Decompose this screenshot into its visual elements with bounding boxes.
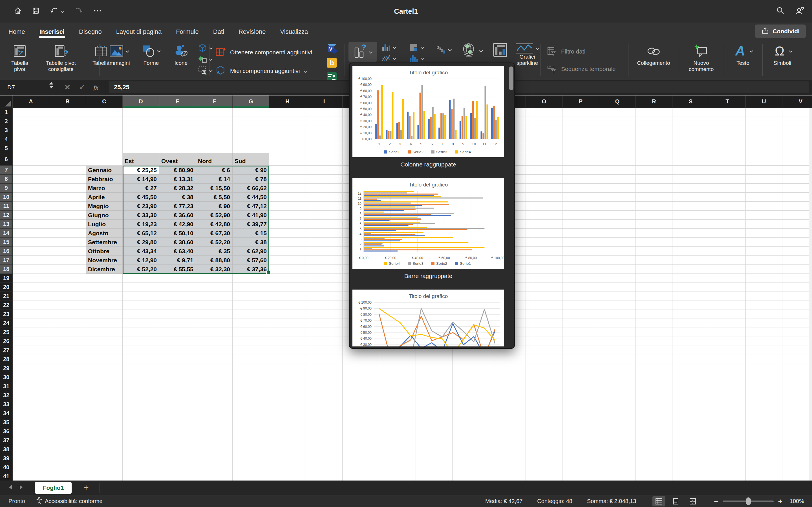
cell-H38[interactable] — [269, 445, 306, 454]
cell-E16[interactable]: € 63,40 — [159, 247, 196, 256]
cell-I10[interactable] — [306, 193, 343, 202]
column-header-D[interactable]: D — [123, 96, 159, 108]
cell-M31[interactable] — [453, 382, 489, 391]
cell-S33[interactable] — [672, 400, 709, 409]
cell-P23[interactable] — [562, 310, 599, 319]
cell-C38[interactable] — [86, 445, 123, 454]
cell-S19[interactable] — [672, 274, 709, 283]
cell-T5[interactable] — [709, 144, 746, 153]
cell-F14[interactable]: € 67,30 — [196, 229, 233, 238]
cell-A40[interactable] — [13, 463, 49, 472]
cell-I13[interactable] — [306, 220, 343, 229]
column-header-E[interactable]: E — [159, 96, 196, 108]
row-header-31[interactable]: 31 — [0, 382, 13, 391]
cell-F41[interactable] — [196, 472, 233, 481]
cell-V12[interactable] — [782, 211, 812, 220]
cell-D14[interactable]: € 65,12 — [123, 229, 159, 238]
cell-S15[interactable] — [672, 238, 709, 247]
cell-S29[interactable] — [672, 364, 709, 373]
cell-Q19[interactable] — [599, 274, 636, 283]
cell-R9[interactable] — [636, 184, 672, 193]
cell-E23[interactable] — [159, 310, 196, 319]
cell-T17[interactable] — [709, 256, 746, 265]
cell-E29[interactable] — [159, 364, 196, 373]
cell-B36[interactable] — [49, 427, 86, 436]
cell-O5[interactable] — [526, 144, 562, 153]
cell-F6[interactable]: Nord — [196, 153, 233, 166]
cell-D4[interactable] — [123, 135, 159, 144]
cell-Q24[interactable] — [599, 319, 636, 328]
cell-C16[interactable]: Ottobre — [86, 247, 123, 256]
cell-A12[interactable] — [13, 211, 49, 220]
cell-V38[interactable] — [782, 445, 812, 454]
cell-T32[interactable] — [709, 391, 746, 400]
cell-A14[interactable] — [13, 229, 49, 238]
cell-U26[interactable] — [746, 337, 782, 346]
cell-G24[interactable] — [233, 319, 269, 328]
cell-B15[interactable] — [49, 238, 86, 247]
cell-O28[interactable] — [526, 355, 562, 364]
cell-G13[interactable]: € 39,77 — [233, 220, 269, 229]
cell-E38[interactable] — [159, 445, 196, 454]
cell-E11[interactable]: € 77,23 — [159, 202, 196, 211]
cell-S41[interactable] — [672, 472, 709, 481]
cell-R33[interactable] — [636, 400, 672, 409]
column-header-A[interactable]: A — [13, 96, 49, 108]
cell-F35[interactable] — [196, 418, 233, 427]
tab-inserisci[interactable]: Inserisci — [39, 24, 65, 40]
cell-T38[interactable] — [709, 445, 746, 454]
cell-J30[interactable] — [343, 373, 379, 382]
cell-F5[interactable] — [196, 144, 233, 153]
cell-T39[interactable] — [709, 454, 746, 463]
cell-B14[interactable] — [49, 229, 86, 238]
cell-R32[interactable] — [636, 391, 672, 400]
cell-J29[interactable] — [343, 364, 379, 373]
cell-I2[interactable] — [306, 117, 343, 126]
cell-D26[interactable] — [123, 337, 159, 346]
cell-B30[interactable] — [49, 373, 86, 382]
cell-R27[interactable] — [636, 346, 672, 355]
cell-P9[interactable] — [562, 184, 599, 193]
cell-C34[interactable] — [86, 409, 123, 418]
row-header-3[interactable]: 3 — [0, 126, 13, 135]
cell-I14[interactable] — [306, 229, 343, 238]
cell-P13[interactable] — [562, 220, 599, 229]
cell-E19[interactable] — [159, 274, 196, 283]
cell-V34[interactable] — [782, 409, 812, 418]
cell-U11[interactable] — [746, 202, 782, 211]
cell-U21[interactable] — [746, 292, 782, 301]
cell-A35[interactable] — [13, 418, 49, 427]
cell-P29[interactable] — [562, 364, 599, 373]
cell-B34[interactable] — [49, 409, 86, 418]
cell-N29[interactable] — [489, 364, 526, 373]
cell-G28[interactable] — [233, 355, 269, 364]
search-icon[interactable] — [776, 6, 785, 16]
cell-T8[interactable] — [709, 175, 746, 184]
cell-A3[interactable] — [13, 126, 49, 135]
cell-R19[interactable] — [636, 274, 672, 283]
cell-H31[interactable] — [269, 382, 306, 391]
cell-H14[interactable] — [269, 229, 306, 238]
column-header-R[interactable]: R — [636, 96, 672, 108]
view-page-break-button[interactable] — [686, 496, 699, 506]
column-header-Q[interactable]: Q — [599, 96, 636, 108]
cell-S1[interactable] — [672, 108, 709, 117]
cell-R14[interactable] — [636, 229, 672, 238]
cell-O14[interactable] — [526, 229, 562, 238]
cell-S4[interactable] — [672, 135, 709, 144]
shapes-button[interactable]: Forme — [137, 41, 166, 66]
cell-V27[interactable] — [782, 346, 812, 355]
cell-Q41[interactable] — [599, 472, 636, 481]
view-page-layout-button[interactable] — [669, 496, 682, 506]
cell-I25[interactable] — [306, 328, 343, 337]
cell-I30[interactable] — [306, 373, 343, 382]
cell-I18[interactable] — [306, 265, 343, 274]
cell-I21[interactable] — [306, 292, 343, 301]
cell-C7[interactable]: Gennaio — [86, 166, 123, 175]
cell-L29[interactable] — [416, 364, 453, 373]
cell-H29[interactable] — [269, 364, 306, 373]
cell-T19[interactable] — [709, 274, 746, 283]
smartart-button[interactable] — [198, 54, 213, 64]
cell-K31[interactable] — [379, 382, 416, 391]
cell-G15[interactable]: € 38 — [233, 238, 269, 247]
